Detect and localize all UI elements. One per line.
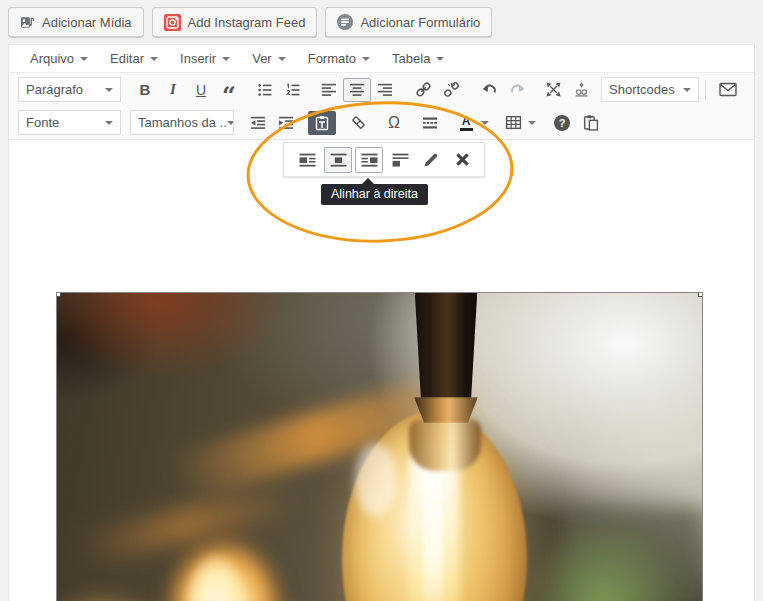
align-center-button[interactable]	[343, 78, 371, 102]
wordpress-editor-screen: Adicionar Mídia Add Instagram Feed Adici…	[0, 0, 763, 601]
toolbar-separator	[705, 80, 706, 100]
paragraph-format-value: Parágrafo	[26, 82, 83, 97]
image-align-center-icon	[330, 153, 347, 167]
toolbar-row-2: Fonte Tamanhos da .. Ω A ?	[9, 106, 754, 140]
undo-button[interactable]	[475, 78, 503, 102]
numbered-list-button[interactable]	[279, 78, 307, 102]
align-center-icon	[349, 82, 365, 98]
menu-arquivo[interactable]: Arquivo	[19, 45, 99, 72]
text-color-letter: A	[462, 115, 471, 127]
chevron-down-icon	[278, 57, 286, 61]
menu-tabela[interactable]: Tabela	[381, 45, 455, 72]
tooltip-text: Alinhar à direita	[331, 187, 418, 201]
fullscreen-icon	[545, 81, 562, 98]
menu-inserir-label: Inserir	[180, 51, 216, 66]
chevron-down-icon	[150, 57, 158, 61]
distraction-free-button[interactable]	[567, 78, 595, 102]
menu-ver-label: Ver	[252, 51, 272, 66]
bold-button[interactable]: B	[131, 78, 159, 102]
image-align-left-icon	[299, 153, 316, 167]
blockquote-button[interactable]: “	[215, 78, 243, 102]
align-right-button[interactable]	[371, 78, 399, 102]
photo-filament-core	[423, 449, 443, 601]
image-align-left-button[interactable]	[293, 147, 321, 173]
table-button[interactable]	[499, 111, 527, 135]
resize-handle-top-right[interactable]	[698, 293, 702, 297]
numbered-list-icon	[285, 82, 301, 98]
text-color-button[interactable]: A	[452, 111, 480, 135]
close-icon	[455, 152, 470, 167]
help-icon: ?	[554, 115, 570, 131]
redo-icon	[509, 81, 526, 98]
image-floating-toolbar	[283, 142, 485, 177]
clear-formatting-button[interactable]	[344, 111, 372, 135]
unlink-icon	[443, 81, 460, 98]
shortcodes-value: Shortcodes	[609, 82, 675, 97]
menu-formato[interactable]: Formato	[297, 45, 381, 72]
blockquote-icon: “	[222, 79, 236, 101]
font-family-select[interactable]: Fonte	[18, 110, 121, 135]
redo-button[interactable]	[503, 78, 531, 102]
indent-icon	[278, 115, 294, 131]
bullet-list-icon	[257, 82, 273, 98]
editor-menubar: Arquivo Editar Inserir Ver Formato Tabel…	[9, 45, 754, 73]
clipboard-icon	[582, 114, 599, 131]
add-media-label: Adicionar Mídia	[42, 15, 132, 30]
image-align-center-button[interactable]	[324, 147, 352, 173]
add-media-button[interactable]: Adicionar Mídia	[8, 7, 144, 37]
italic-icon: I	[170, 81, 176, 98]
help-glyph: ?	[559, 117, 566, 129]
email-button[interactable]	[714, 78, 742, 102]
table-icon	[505, 114, 522, 131]
font-size-value: Tamanhos da ..	[138, 115, 227, 130]
shortcodes-select[interactable]: Shortcodes	[601, 77, 699, 102]
special-character-button[interactable]: Ω	[380, 111, 408, 135]
outdent-icon	[250, 115, 266, 131]
read-more-icon	[422, 115, 438, 131]
menu-tabela-label: Tabela	[392, 51, 430, 66]
form-icon	[337, 14, 353, 30]
image-align-right-button[interactable]	[355, 147, 383, 173]
align-left-button[interactable]	[315, 78, 343, 102]
align-left-icon	[321, 82, 337, 98]
menu-inserir[interactable]: Inserir	[169, 45, 241, 72]
outdent-button[interactable]	[244, 111, 272, 135]
font-size-select[interactable]: Tamanhos da ..	[130, 110, 234, 135]
italic-button[interactable]: I	[159, 78, 187, 102]
indent-button[interactable]	[272, 111, 300, 135]
underline-button[interactable]: U	[187, 78, 215, 102]
table-caret[interactable]	[528, 121, 536, 125]
add-instagram-feed-label: Add Instagram Feed	[188, 15, 306, 30]
chevron-down-icon	[105, 88, 113, 92]
menu-editar[interactable]: Editar	[99, 45, 169, 72]
bullet-list-button[interactable]	[251, 78, 279, 102]
remove-link-button[interactable]	[437, 78, 465, 102]
add-instagram-feed-button[interactable]: Add Instagram Feed	[152, 7, 318, 37]
eraser-icon	[350, 114, 367, 131]
read-more-button[interactable]	[416, 111, 444, 135]
editor-frame: Arquivo Editar Inserir Ver Formato Tabel…	[8, 44, 755, 601]
chevron-down-icon	[222, 57, 230, 61]
add-form-label: Adicionar Formulário	[360, 15, 480, 30]
bold-icon: B	[140, 81, 151, 98]
add-form-button[interactable]: Adicionar Formulário	[325, 7, 492, 37]
paste-as-text-button[interactable]	[308, 111, 336, 135]
resize-handle-top-left[interactable]	[57, 293, 61, 297]
editor-content-area[interactable]	[9, 184, 754, 601]
text-color-caret[interactable]	[481, 121, 489, 125]
instagram-icon	[164, 14, 181, 31]
help-button[interactable]: ?	[548, 111, 576, 135]
insert-link-button[interactable]	[409, 78, 437, 102]
menu-arquivo-label: Arquivo	[30, 51, 74, 66]
tooltip-caret	[362, 178, 374, 184]
image-edit-button[interactable]	[417, 147, 445, 173]
image-align-none-button[interactable]	[386, 147, 414, 173]
image-remove-button[interactable]	[448, 147, 476, 173]
paragraph-format-select[interactable]: Parágrafo	[18, 77, 121, 102]
image-align-none-icon	[392, 153, 409, 167]
selected-image[interactable]	[57, 293, 702, 601]
underline-icon: U	[196, 82, 206, 98]
paste-button[interactable]	[576, 111, 604, 135]
fullscreen-button[interactable]	[539, 78, 567, 102]
menu-ver[interactable]: Ver	[241, 45, 297, 72]
